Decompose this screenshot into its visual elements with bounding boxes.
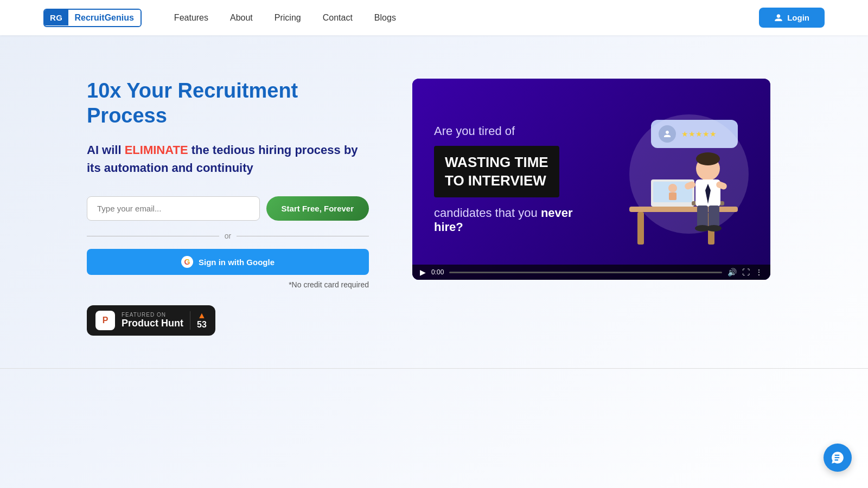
wasting-time-box: WASTING TIME TO INTERVIEW <box>434 146 559 198</box>
hero-right: Are you tired of WASTING TIME TO INTERVI… <box>412 79 770 280</box>
tired-text: Are you tired of <box>434 124 586 138</box>
nav-link-features[interactable]: Features <box>174 13 208 22</box>
nav-link-blogs[interactable]: Blogs <box>374 13 396 22</box>
navbar: RG RecruitGenius Features About Pricing … <box>0 0 868 35</box>
footer-divider <box>0 368 868 369</box>
divider-left <box>87 236 219 236</box>
video-text-area: Are you tired of WASTING TIME TO INTERVI… <box>434 124 586 235</box>
upvote-arrow-icon: ▲ <box>197 311 206 320</box>
video-content-area: Are you tired of WASTING TIME TO INTERVI… <box>412 79 770 280</box>
nav-link-about[interactable]: About <box>230 13 253 22</box>
logo-text: RecruitGenius <box>68 10 141 26</box>
svg-rect-6 <box>669 192 676 200</box>
product-hunt-name: Product Hunt <box>122 318 183 329</box>
divider-right <box>237 236 369 236</box>
product-hunt-featured-label: FEATURED ON <box>122 312 183 318</box>
svg-rect-0 <box>629 207 738 212</box>
svg-point-18 <box>706 225 722 232</box>
video-illustration: ★★★★★ <box>597 109 749 250</box>
svg-rect-16 <box>709 206 719 227</box>
progress-bar[interactable] <box>449 272 722 273</box>
upvote-count: 53 <box>197 320 207 330</box>
nav-links: Features About Pricing Contact Blogs <box>174 13 759 23</box>
logo-icon: RG <box>44 10 68 25</box>
video-timestamp: 0:00 <box>431 268 444 276</box>
chat-icon <box>831 451 845 465</box>
divider-row: or <box>87 232 369 240</box>
divider-or-label: or <box>225 232 231 240</box>
wasting-line2: TO INTERVIEW <box>445 172 548 190</box>
more-options-button[interactable]: ⋮ <box>755 268 763 277</box>
product-hunt-count: ▲ 53 <box>190 311 207 330</box>
google-signin-button[interactable]: G Sign in with Google <box>87 249 369 275</box>
candidates-text: candidates that you never hire? <box>434 206 586 234</box>
email-cta-row: Start Free, Forever <box>87 196 369 221</box>
svg-point-10 <box>696 152 720 165</box>
candidates-pre: candidates that you <box>434 206 541 220</box>
svg-point-5 <box>668 184 677 192</box>
email-input[interactable] <box>87 196 260 221</box>
google-icon: G <box>181 256 193 268</box>
video-controls-bar: ▶ 0:00 🔊 ⛶ ⋮ <box>412 265 770 280</box>
login-button[interactable]: Login <box>759 8 825 28</box>
hero-title: 10x Your Recruitment Process <box>87 79 369 128</box>
user-icon <box>774 14 783 22</box>
video-controls-right: 🔊 ⛶ ⋮ <box>727 268 763 277</box>
product-hunt-badge[interactable]: P FEATURED ON Product Hunt ▲ 53 <box>87 305 215 336</box>
logo[interactable]: RG RecruitGenius <box>43 9 142 27</box>
svg-rect-15 <box>697 206 708 227</box>
chat-support-bubble[interactable] <box>824 444 852 472</box>
start-free-button[interactable]: Start Free, Forever <box>266 196 369 221</box>
product-hunt-logo: P <box>95 311 115 330</box>
svg-rect-1 <box>637 212 644 245</box>
subtitle-pre: AI will <box>87 143 125 157</box>
no-credit-card-label: *No credit card required <box>87 280 369 289</box>
product-hunt-text: FEATURED ON Product Hunt <box>122 312 183 329</box>
hero-subtitle: AI will ELIMINATE the tedious hiring pro… <box>87 141 369 177</box>
subtitle-highlight: ELIMINATE <box>125 143 188 157</box>
wasting-line1: WASTING TIME <box>445 153 548 172</box>
hero-section: 10x Your Recruitment Process AI will ELI… <box>0 35 868 368</box>
play-button[interactable]: ▶ <box>420 268 426 277</box>
hero-left: 10x Your Recruitment Process AI will ELI… <box>87 79 369 336</box>
volume-button[interactable]: 🔊 <box>727 268 737 277</box>
person-at-desk-illustration <box>608 120 749 250</box>
nav-link-pricing[interactable]: Pricing <box>275 13 301 22</box>
fullscreen-button[interactable]: ⛶ <box>742 268 750 277</box>
video-player[interactable]: Are you tired of WASTING TIME TO INTERVI… <box>412 79 770 280</box>
nav-link-contact[interactable]: Contact <box>323 13 353 22</box>
